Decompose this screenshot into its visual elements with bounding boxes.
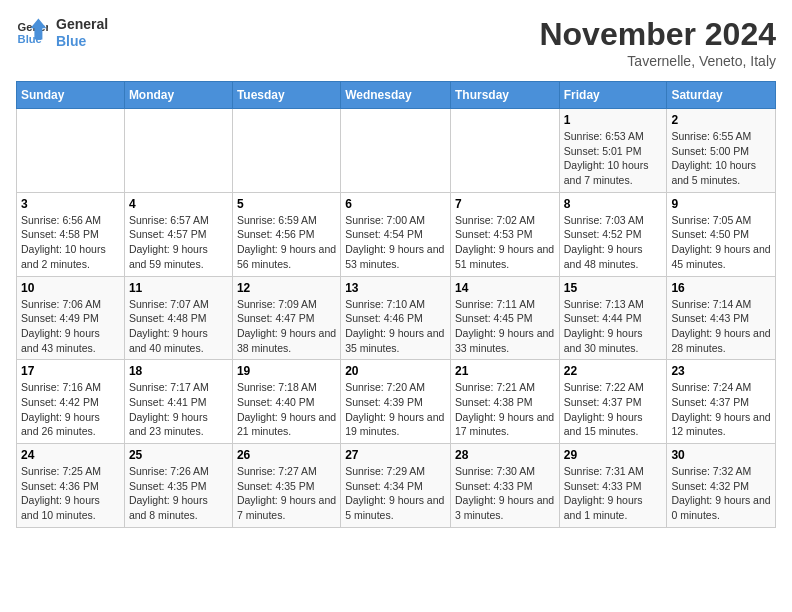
day-number: 25: [129, 448, 228, 462]
logo-icon: General Blue: [16, 17, 48, 49]
header-wednesday: Wednesday: [341, 82, 451, 109]
week-row-5: 24Sunrise: 7:25 AM Sunset: 4:36 PM Dayli…: [17, 444, 776, 528]
day-number: 21: [455, 364, 555, 378]
header-thursday: Thursday: [450, 82, 559, 109]
day-info: Sunrise: 7:02 AM Sunset: 4:53 PM Dayligh…: [455, 213, 555, 272]
day-info: Sunrise: 7:05 AM Sunset: 4:50 PM Dayligh…: [671, 213, 771, 272]
day-cell: 29Sunrise: 7:31 AM Sunset: 4:33 PM Dayli…: [559, 444, 667, 528]
day-cell: 24Sunrise: 7:25 AM Sunset: 4:36 PM Dayli…: [17, 444, 125, 528]
day-cell: 6Sunrise: 7:00 AM Sunset: 4:54 PM Daylig…: [341, 192, 451, 276]
header-tuesday: Tuesday: [232, 82, 340, 109]
day-info: Sunrise: 7:26 AM Sunset: 4:35 PM Dayligh…: [129, 464, 228, 523]
week-row-4: 17Sunrise: 7:16 AM Sunset: 4:42 PM Dayli…: [17, 360, 776, 444]
day-info: Sunrise: 7:32 AM Sunset: 4:32 PM Dayligh…: [671, 464, 771, 523]
header-saturday: Saturday: [667, 82, 776, 109]
day-info: Sunrise: 7:07 AM Sunset: 4:48 PM Dayligh…: [129, 297, 228, 356]
day-info: Sunrise: 7:21 AM Sunset: 4:38 PM Dayligh…: [455, 380, 555, 439]
day-number: 22: [564, 364, 663, 378]
day-info: Sunrise: 6:57 AM Sunset: 4:57 PM Dayligh…: [129, 213, 228, 272]
calendar-table: SundayMondayTuesdayWednesdayThursdayFrid…: [16, 81, 776, 528]
title-block: November 2024 Tavernelle, Veneto, Italy: [539, 16, 776, 69]
day-number: 12: [237, 281, 336, 295]
day-number: 29: [564, 448, 663, 462]
day-number: 15: [564, 281, 663, 295]
day-cell: [124, 109, 232, 193]
day-number: 2: [671, 113, 771, 127]
day-info: Sunrise: 7:10 AM Sunset: 4:46 PM Dayligh…: [345, 297, 446, 356]
day-number: 18: [129, 364, 228, 378]
day-info: Sunrise: 7:30 AM Sunset: 4:33 PM Dayligh…: [455, 464, 555, 523]
main-title: November 2024: [539, 16, 776, 53]
day-cell: 5Sunrise: 6:59 AM Sunset: 4:56 PM Daylig…: [232, 192, 340, 276]
day-number: 9: [671, 197, 771, 211]
day-info: Sunrise: 6:55 AM Sunset: 5:00 PM Dayligh…: [671, 129, 771, 188]
day-cell: 9Sunrise: 7:05 AM Sunset: 4:50 PM Daylig…: [667, 192, 776, 276]
day-cell: 1Sunrise: 6:53 AM Sunset: 5:01 PM Daylig…: [559, 109, 667, 193]
day-cell: 25Sunrise: 7:26 AM Sunset: 4:35 PM Dayli…: [124, 444, 232, 528]
day-number: 30: [671, 448, 771, 462]
day-number: 6: [345, 197, 446, 211]
day-info: Sunrise: 7:13 AM Sunset: 4:44 PM Dayligh…: [564, 297, 663, 356]
day-info: Sunrise: 6:59 AM Sunset: 4:56 PM Dayligh…: [237, 213, 336, 272]
day-number: 16: [671, 281, 771, 295]
day-info: Sunrise: 7:00 AM Sunset: 4:54 PM Dayligh…: [345, 213, 446, 272]
day-info: Sunrise: 7:18 AM Sunset: 4:40 PM Dayligh…: [237, 380, 336, 439]
day-cell: 3Sunrise: 6:56 AM Sunset: 4:58 PM Daylig…: [17, 192, 125, 276]
logo-blue: Blue: [56, 33, 108, 50]
day-cell: 2Sunrise: 6:55 AM Sunset: 5:00 PM Daylig…: [667, 109, 776, 193]
week-row-2: 3Sunrise: 6:56 AM Sunset: 4:58 PM Daylig…: [17, 192, 776, 276]
day-number: 28: [455, 448, 555, 462]
day-number: 14: [455, 281, 555, 295]
day-number: 23: [671, 364, 771, 378]
day-number: 1: [564, 113, 663, 127]
day-number: 17: [21, 364, 120, 378]
day-info: Sunrise: 7:27 AM Sunset: 4:35 PM Dayligh…: [237, 464, 336, 523]
day-cell: 22Sunrise: 7:22 AM Sunset: 4:37 PM Dayli…: [559, 360, 667, 444]
day-number: 20: [345, 364, 446, 378]
day-info: Sunrise: 7:25 AM Sunset: 4:36 PM Dayligh…: [21, 464, 120, 523]
day-number: 26: [237, 448, 336, 462]
day-number: 5: [237, 197, 336, 211]
day-number: 27: [345, 448, 446, 462]
day-cell: 18Sunrise: 7:17 AM Sunset: 4:41 PM Dayli…: [124, 360, 232, 444]
day-number: 19: [237, 364, 336, 378]
day-info: Sunrise: 7:29 AM Sunset: 4:34 PM Dayligh…: [345, 464, 446, 523]
day-info: Sunrise: 7:17 AM Sunset: 4:41 PM Dayligh…: [129, 380, 228, 439]
week-row-3: 10Sunrise: 7:06 AM Sunset: 4:49 PM Dayli…: [17, 276, 776, 360]
day-cell: 26Sunrise: 7:27 AM Sunset: 4:35 PM Dayli…: [232, 444, 340, 528]
day-cell: 28Sunrise: 7:30 AM Sunset: 4:33 PM Dayli…: [450, 444, 559, 528]
day-info: Sunrise: 7:24 AM Sunset: 4:37 PM Dayligh…: [671, 380, 771, 439]
day-number: 10: [21, 281, 120, 295]
logo-general: General: [56, 16, 108, 33]
day-cell: 7Sunrise: 7:02 AM Sunset: 4:53 PM Daylig…: [450, 192, 559, 276]
day-info: Sunrise: 7:11 AM Sunset: 4:45 PM Dayligh…: [455, 297, 555, 356]
subtitle: Tavernelle, Veneto, Italy: [539, 53, 776, 69]
day-cell: 13Sunrise: 7:10 AM Sunset: 4:46 PM Dayli…: [341, 276, 451, 360]
day-info: Sunrise: 7:03 AM Sunset: 4:52 PM Dayligh…: [564, 213, 663, 272]
logo: General Blue General Blue: [16, 16, 108, 50]
day-cell: 27Sunrise: 7:29 AM Sunset: 4:34 PM Dayli…: [341, 444, 451, 528]
day-info: Sunrise: 7:31 AM Sunset: 4:33 PM Dayligh…: [564, 464, 663, 523]
day-number: 24: [21, 448, 120, 462]
day-cell: 12Sunrise: 7:09 AM Sunset: 4:47 PM Dayli…: [232, 276, 340, 360]
header-friday: Friday: [559, 82, 667, 109]
header-sunday: Sunday: [17, 82, 125, 109]
day-cell: 4Sunrise: 6:57 AM Sunset: 4:57 PM Daylig…: [124, 192, 232, 276]
day-cell: 21Sunrise: 7:21 AM Sunset: 4:38 PM Dayli…: [450, 360, 559, 444]
day-info: Sunrise: 6:56 AM Sunset: 4:58 PM Dayligh…: [21, 213, 120, 272]
day-info: Sunrise: 7:14 AM Sunset: 4:43 PM Dayligh…: [671, 297, 771, 356]
day-cell: 15Sunrise: 7:13 AM Sunset: 4:44 PM Dayli…: [559, 276, 667, 360]
day-number: 4: [129, 197, 228, 211]
day-cell: 19Sunrise: 7:18 AM Sunset: 4:40 PM Dayli…: [232, 360, 340, 444]
day-number: 7: [455, 197, 555, 211]
week-row-1: 1Sunrise: 6:53 AM Sunset: 5:01 PM Daylig…: [17, 109, 776, 193]
calendar-header-row: SundayMondayTuesdayWednesdayThursdayFrid…: [17, 82, 776, 109]
day-cell: 16Sunrise: 7:14 AM Sunset: 4:43 PM Dayli…: [667, 276, 776, 360]
day-info: Sunrise: 7:16 AM Sunset: 4:42 PM Dayligh…: [21, 380, 120, 439]
day-cell: 30Sunrise: 7:32 AM Sunset: 4:32 PM Dayli…: [667, 444, 776, 528]
day-number: 11: [129, 281, 228, 295]
day-cell: 17Sunrise: 7:16 AM Sunset: 4:42 PM Dayli…: [17, 360, 125, 444]
day-cell: 20Sunrise: 7:20 AM Sunset: 4:39 PM Dayli…: [341, 360, 451, 444]
day-info: Sunrise: 7:22 AM Sunset: 4:37 PM Dayligh…: [564, 380, 663, 439]
day-number: 3: [21, 197, 120, 211]
